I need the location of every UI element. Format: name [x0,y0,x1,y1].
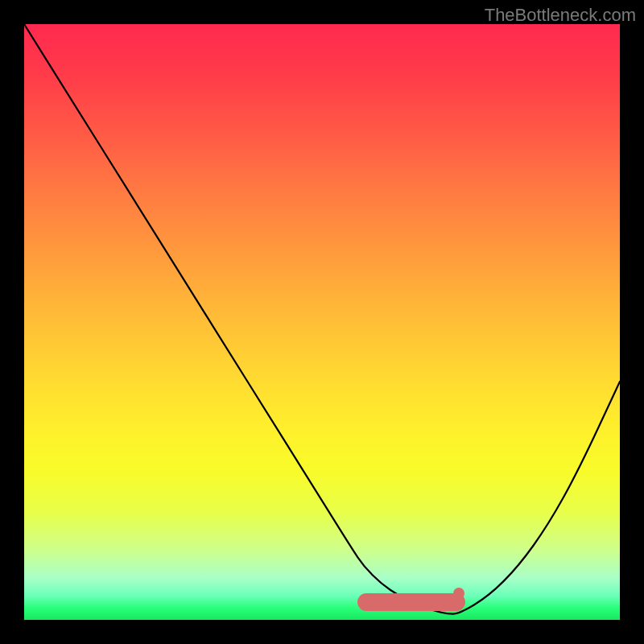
chart-plot-area [24,24,620,620]
bottleneck-curve-path [24,24,620,614]
optimal-point-marker [453,588,464,599]
optimal-range-marker [357,593,465,611]
watermark-text: TheBottleneck.com [485,5,636,26]
bottleneck-curve-svg [24,24,620,620]
